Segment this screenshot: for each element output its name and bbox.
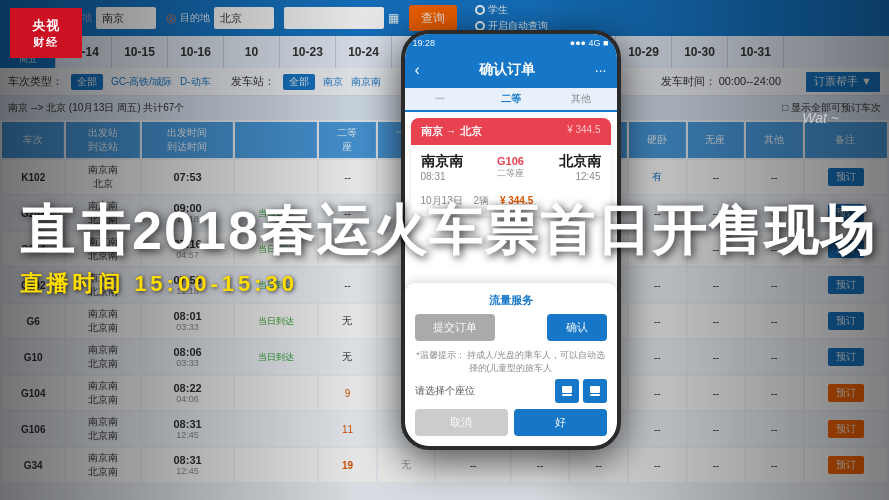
seat-icon-1[interactable] — [555, 379, 579, 403]
book-btn[interactable]: 预订 — [828, 168, 864, 186]
student-option: 学生 — [475, 3, 548, 17]
other: -- — [746, 268, 803, 302]
th-time: 出发时间到达时间 — [142, 122, 233, 158]
confirm-btn[interactable]: 确认 — [547, 314, 607, 341]
select-label: 请选择个座位 — [415, 384, 475, 398]
submit-order-btn[interactable]: 提交订单 — [415, 314, 495, 341]
train-no[interactable]: G34 — [2, 448, 64, 482]
order-card: 南京 → 北京 ¥ 344.5 南京南 08:31 G106 二等座 — [411, 118, 611, 216]
train-no[interactable]: G10 — [2, 340, 64, 374]
other: -- — [746, 448, 803, 482]
d-filter[interactable]: D-动车 — [180, 75, 211, 89]
date-tab-4[interactable]: 10 — [224, 36, 280, 68]
svg-rect-0 — [562, 386, 572, 393]
carriage-info: 2辆 — [474, 195, 490, 206]
duration-cell — [235, 376, 317, 410]
book-btn[interactable]: 预订 — [828, 384, 864, 402]
train-no[interactable]: K102 — [2, 160, 64, 194]
more-button[interactable]: ··· — [595, 62, 607, 78]
time-cell: 07:1604:57 — [142, 232, 233, 266]
th-train: 车次 — [2, 122, 64, 158]
all-filter-tag[interactable]: 全部 — [71, 74, 103, 90]
order-date: 10月13日 2辆 ¥ 344.5 — [411, 190, 611, 216]
other: -- — [746, 412, 803, 446]
book-btn[interactable]: 预订 — [828, 456, 864, 474]
duration-cell: 当日到达 — [235, 232, 317, 266]
station-label: 发车站： — [231, 74, 275, 89]
no-seat: -- — [688, 304, 745, 338]
no-seat: -- — [688, 340, 745, 374]
student-radio[interactable] — [475, 5, 485, 15]
note: 预订 — [805, 340, 887, 374]
time-cell: 08:2204:06 — [142, 376, 233, 410]
query-button[interactable]: 查询 — [409, 5, 457, 31]
tab-other[interactable]: 其他 — [546, 88, 617, 110]
calendar-icon: ▦ — [388, 11, 399, 25]
phone-body: 19:28 ●●● 4G ■ ‹ 确认订单 ··· 一 二等 其他 南京 → — [401, 30, 621, 450]
svg-rect-2 — [590, 386, 600, 393]
note: 预订 — [805, 304, 887, 338]
price-display: ¥ 344.5 — [500, 195, 533, 206]
ok-btn[interactable]: 好 — [514, 409, 607, 436]
train-no[interactable]: G106 — [2, 412, 64, 446]
date-tab-2[interactable]: 10-15 — [112, 36, 168, 68]
from-input[interactable]: 南京 — [96, 7, 156, 29]
tab-one[interactable]: 一 — [405, 88, 476, 110]
date-tab-3[interactable]: 10-16 — [168, 36, 224, 68]
hard-sleep: -- — [629, 412, 686, 446]
station-cell: 南京南北京南 — [66, 376, 140, 410]
train-no[interactable]: G202 — [2, 196, 64, 230]
date-tab-13[interactable]: 10-31 — [728, 36, 784, 68]
hard-sleep: -- — [629, 376, 686, 410]
gc-filter[interactable]: GC-高铁/城际 — [111, 75, 172, 89]
dialog-title: 流量服务 — [415, 293, 607, 308]
back-button[interactable]: ‹ — [415, 61, 420, 79]
first-seat: 无 — [378, 448, 435, 482]
nanjing-south-filter[interactable]: 南京南 — [351, 75, 381, 89]
date-tab-5[interactable]: 10-23 — [280, 36, 336, 68]
train-no[interactable]: G204 — [2, 232, 64, 266]
note: 预订 — [805, 160, 887, 194]
train-no[interactable]: G104 — [2, 376, 64, 410]
no-seat: -- — [688, 160, 745, 194]
date-tab-11[interactable]: 10-29 — [616, 36, 672, 68]
book-btn[interactable]: 预订 — [828, 240, 864, 258]
book-help-btn[interactable]: 订票帮手 ▼ — [805, 71, 881, 93]
date-input[interactable] — [284, 7, 384, 29]
book-btn[interactable]: 预订 — [828, 420, 864, 438]
from-city: 南京 — [421, 125, 443, 137]
seat-icon-2[interactable] — [583, 379, 607, 403]
depart-city: 南京南 — [421, 153, 463, 171]
no-seat: -- — [688, 196, 745, 230]
note: 预订 — [805, 268, 887, 302]
th-no-seat: 硬卧 — [629, 122, 686, 158]
select-seat-row: 请选择个座位 — [415, 379, 607, 403]
hard-sleep: 有 — [629, 160, 686, 194]
book-btn[interactable]: 预订 — [828, 312, 864, 330]
svg-rect-3 — [590, 394, 600, 396]
cctv-logo: 央视 财经 — [10, 8, 82, 58]
duration-cell — [235, 160, 317, 194]
cancel-btn[interactable]: 取消 — [415, 409, 508, 436]
time-cell: 07:5312:18 — [142, 268, 233, 302]
duration-cell: 当日到达 — [235, 196, 317, 230]
date-tab-6[interactable]: 10-24 — [336, 36, 392, 68]
business-seat: -- — [436, 448, 510, 482]
date-tab-12[interactable]: 10-30 — [672, 36, 728, 68]
hard-sleep: -- — [629, 196, 686, 230]
no-seat: -- — [688, 448, 745, 482]
train-no[interactable]: G102 — [2, 268, 64, 302]
th-note: 备注 — [805, 122, 887, 158]
all-station-tag[interactable]: 全部 — [283, 74, 315, 90]
nanjing-filter[interactable]: 南京 — [323, 75, 343, 89]
duration-cell — [235, 412, 317, 446]
book-btn[interactable]: 预订 — [828, 348, 864, 366]
book-btn[interactable]: 预订 — [828, 204, 864, 222]
book-btn[interactable]: 预订 — [828, 276, 864, 294]
tab-two[interactable]: 二等 — [475, 88, 546, 112]
duration-cell: 当日到达 — [235, 304, 317, 338]
arrive-time: 12:45 — [559, 171, 601, 182]
to-input[interactable]: 北京 — [214, 7, 274, 29]
train-no[interactable]: G6 — [2, 304, 64, 338]
th-duration — [235, 122, 317, 158]
